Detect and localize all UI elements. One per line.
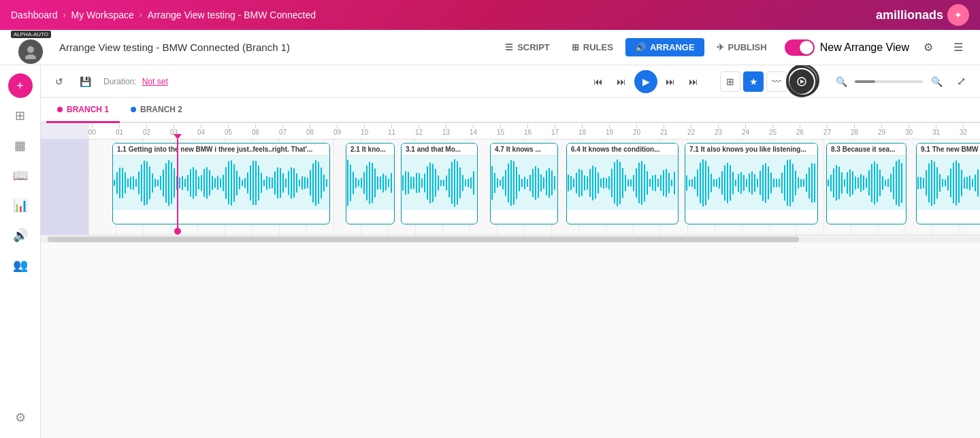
ruler-mark: 02 bbox=[143, 124, 150, 136]
tab-publish[interactable]: ✈ PUBLISH bbox=[707, 38, 777, 56]
top-bar: Dashboard › My Workspace › Arrange View … bbox=[0, 0, 980, 30]
sidebar-icon-users[interactable]: 👥 bbox=[8, 253, 33, 277]
zoom-slider[interactable] bbox=[855, 80, 923, 83]
sidebar-icon-chart[interactable]: 📊 bbox=[8, 193, 33, 218]
breadcrumb-workspace[interactable]: My Workspace bbox=[71, 10, 134, 20]
sidebar-icon-settings[interactable]: ⚙ bbox=[8, 405, 33, 430]
track-label bbox=[41, 139, 88, 235]
arrange-icon: 🔊 bbox=[635, 42, 646, 52]
ruler-mark: 22 bbox=[687, 124, 695, 136]
logo-text: amillionads bbox=[876, 8, 943, 22]
ruler-mark: 06 bbox=[252, 124, 259, 136]
next-btn[interactable]: ⏭ bbox=[660, 71, 681, 92]
breadcrumb-dashboard[interactable]: Dashboard bbox=[11, 10, 58, 20]
scrollbar-area[interactable] bbox=[41, 235, 980, 243]
skip-to-start-btn[interactable]: ⏮ bbox=[588, 71, 608, 92]
sidebar-icon-add-block[interactable]: ⊞ bbox=[8, 103, 33, 128]
waveform bbox=[346, 156, 394, 210]
waveform bbox=[567, 156, 678, 210]
play-btn[interactable]: ▶ bbox=[634, 70, 657, 93]
ruler-mark: 05 bbox=[225, 124, 232, 136]
timeline-ruler: 0001020304050607080910111213141516171819… bbox=[41, 123, 980, 139]
transport-controls: ⏮ ⏭ ▶ ⏭ ⏭ bbox=[588, 70, 704, 93]
menu-btn[interactable]: ☰ bbox=[947, 37, 969, 58]
playhead-circle bbox=[174, 228, 181, 235]
toggle-control[interactable] bbox=[785, 39, 815, 56]
breadcrumb-page: Arrange View testing - BMW Connected bbox=[148, 10, 316, 20]
second-bar: ALPHA-AUTO Arrange View testing - BMW Co… bbox=[0, 30, 980, 65]
segment-label: 2.1 It kno... bbox=[346, 144, 394, 156]
timeline-wrapper: 0001020304050607080910111213141516171819… bbox=[41, 123, 980, 438]
segment-label: 3.1 and that Mo... bbox=[402, 144, 477, 156]
duration-value[interactable]: Not set bbox=[142, 77, 168, 86]
ruler-mark: 12 bbox=[415, 124, 423, 136]
tab-publish-label: PUBLISH bbox=[728, 42, 767, 52]
sidebar-icon-add[interactable]: + bbox=[8, 73, 33, 98]
ruler-mark: 27 bbox=[823, 124, 831, 136]
sidebar-icon-book[interactable]: 📖 bbox=[8, 163, 33, 188]
svg-point-0 bbox=[27, 46, 34, 53]
ruler-mark: 19 bbox=[606, 124, 613, 136]
save-btn[interactable]: 💾 bbox=[75, 71, 95, 92]
wave-btn[interactable]: 〰 bbox=[766, 71, 787, 92]
svg-marker-3 bbox=[800, 80, 804, 84]
zoom-in-btn[interactable]: 🔍 bbox=[926, 71, 947, 92]
toggle-switch[interactable]: New Arrange View bbox=[785, 39, 909, 56]
audio-segment[interactable]: 2.1 It kno... bbox=[346, 143, 395, 224]
audio-segment[interactable]: 3.1 and that Mo... bbox=[401, 143, 478, 224]
toggle-knob bbox=[800, 41, 813, 54]
settings-gear-btn[interactable]: ⚙ bbox=[917, 37, 939, 58]
audio-segment[interactable]: 4.7 It knows ... bbox=[490, 143, 558, 224]
tab-rules[interactable]: ⊞ RULES bbox=[562, 38, 623, 56]
ruler-mark: 10 bbox=[361, 124, 368, 136]
expand-btn[interactable]: ⤢ bbox=[950, 71, 972, 92]
ruler-mark: 31 bbox=[932, 124, 940, 136]
zoom-out-btn[interactable]: 🔍 bbox=[830, 71, 852, 92]
grid-btn[interactable]: ⊞ bbox=[720, 71, 740, 92]
track-content: 1.1 Getting into the new BMW i three jus… bbox=[88, 139, 980, 235]
segment-label: 7.1 It also knows you like listening... bbox=[685, 144, 817, 156]
ruler-marks-area: 0001020304050607080910111213141516171819… bbox=[88, 123, 980, 136]
duration-label: Duration: bbox=[103, 77, 137, 86]
branch-dot-1 bbox=[57, 107, 63, 112]
tab-script[interactable]: ☰ SCRIPT bbox=[495, 38, 559, 56]
ruler-marks-row: 0001020304050607080910111213141516171819… bbox=[88, 123, 980, 136]
user-avatar[interactable] bbox=[18, 39, 43, 64]
skip-to-end-btn[interactable]: ⏭ bbox=[683, 71, 704, 92]
branch-tab-1[interactable]: BRANCH 1 bbox=[46, 98, 120, 123]
audio-segment[interactable]: 6.4 It knows the condition... bbox=[566, 143, 679, 224]
grid-line bbox=[88, 139, 89, 235]
undo-btn[interactable]: ↺ bbox=[49, 71, 69, 92]
tab-arrange[interactable]: 🔊 ARRANGE bbox=[625, 38, 704, 56]
tab-script-label: SCRIPT bbox=[517, 42, 550, 52]
ruler-label-spacer bbox=[41, 123, 88, 139]
segment-label: 6.4 It knows the condition... bbox=[567, 144, 678, 156]
audio-segment[interactable]: 1.1 Getting into the new BMW i three jus… bbox=[112, 143, 330, 224]
dynamic-mode-btn[interactable] bbox=[789, 69, 814, 94]
dynamic-icon bbox=[796, 76, 807, 87]
ruler-mark: 08 bbox=[306, 124, 314, 136]
segment-label: 8.3 Because it sea... bbox=[827, 144, 906, 156]
segment-label: 4.7 It knows ... bbox=[491, 144, 557, 156]
branch-tab-2[interactable]: BRANCH 2 bbox=[120, 98, 193, 123]
zoom-controls: 🔍 🔍 ⤢ bbox=[830, 71, 972, 92]
main-layout: + ⊞ ▦ 📖 📊 🔊 👥 ⚙ ↺ 💾 Duration: Not set ⏮ … bbox=[0, 65, 980, 438]
dynamic-mode-container: Dynamic mode bbox=[789, 69, 814, 94]
ruler-mark: 20 bbox=[633, 124, 640, 136]
grid-line bbox=[823, 139, 824, 235]
audio-segment[interactable]: 8.3 Because it sea... bbox=[826, 143, 906, 224]
audio-segment[interactable]: 7.1 It also knows you like listening... bbox=[685, 143, 818, 224]
sidebar-icon-dashboard[interactable]: ▦ bbox=[8, 133, 33, 158]
ruler-mark: 11 bbox=[388, 124, 395, 136]
sidebar-icon-volume[interactable]: 🔊 bbox=[8, 223, 33, 248]
waveform bbox=[402, 156, 477, 210]
audio-segment[interactable]: 9.1 The new BMW i Thr... bbox=[916, 143, 980, 224]
star-btn[interactable]: ★ bbox=[743, 71, 764, 92]
scrollbar-thumb[interactable] bbox=[48, 237, 799, 242]
ruler-mark: 09 bbox=[333, 124, 341, 136]
ruler-mark: 13 bbox=[442, 124, 450, 136]
prev-btn[interactable]: ⏭ bbox=[611, 71, 632, 92]
branch-2-label: BRANCH 2 bbox=[140, 105, 182, 114]
waveform bbox=[827, 156, 906, 210]
ruler-mark: 26 bbox=[796, 124, 804, 136]
